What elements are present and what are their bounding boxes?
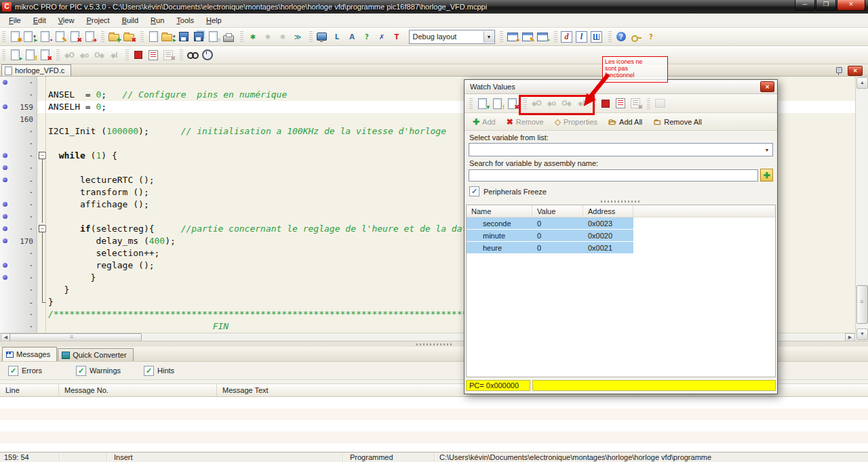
quick-reference-icon[interactable]: ? xyxy=(360,30,374,43)
clear-breakpoints-icon[interactable]: ✖ xyxy=(161,48,175,62)
menu-file[interactable]: File xyxy=(3,15,27,26)
close-editor-icon[interactable] xyxy=(848,66,863,76)
export-code-icon[interactable]: ✗ xyxy=(375,30,389,43)
properties-button[interactable]: ◇Properties xyxy=(551,117,601,127)
layout-combobox[interactable]: Debug layout ▼ xyxy=(409,30,495,44)
gutter-cell[interactable]: · xyxy=(0,77,37,89)
editor-vertical-scrollbar[interactable]: ▲ ▼ xyxy=(855,77,868,341)
gutter-cell[interactable]: · xyxy=(0,272,37,284)
gutter-cell[interactable]: · xyxy=(0,198,37,211)
print-icon[interactable] xyxy=(222,30,235,43)
remove-file-from-project-icon[interactable]: ✖ xyxy=(122,30,136,43)
save-file-icon[interactable] xyxy=(177,30,191,43)
menu-project[interactable]: Project xyxy=(80,15,115,26)
watch-values-icon[interactable] xyxy=(186,48,199,62)
menu-build[interactable]: Build xyxy=(116,15,144,26)
open-project-icon[interactable]: ▸▾ xyxy=(23,30,37,43)
save-project-icon[interactable]: ▪ xyxy=(38,30,52,43)
gutter-cell[interactable]: · xyxy=(0,150,37,162)
gutter-cell[interactable]: · xyxy=(0,186,37,198)
bookmark-dot-icon[interactable] xyxy=(3,165,7,170)
fold-margin[interactable] xyxy=(37,223,48,235)
menu-edit[interactable]: Edit xyxy=(27,15,52,26)
column-header-value[interactable]: Value xyxy=(532,205,583,217)
tab-quick-converter[interactable]: Quick Converter xyxy=(58,348,133,361)
assembly-name-input[interactable] xyxy=(469,169,758,182)
gutter-cell[interactable]: · xyxy=(0,211,37,223)
vertical-scroll-thumb[interactable] xyxy=(856,285,868,324)
remove-all-button[interactable]: 🗀Remove All xyxy=(649,117,706,127)
gutter-cell[interactable]: · xyxy=(0,284,37,296)
toggle-breakpoint-icon[interactable] xyxy=(132,48,145,62)
column-header-line[interactable]: Line xyxy=(0,384,59,396)
statistics-window-icon[interactable] xyxy=(590,30,604,43)
pin-icon[interactable] xyxy=(836,67,842,73)
dialog-close-icon[interactable] xyxy=(760,81,774,92)
gutter-cell[interactable]: 159 xyxy=(0,101,37,113)
gutter-cell[interactable]: 160 xyxy=(0,113,37,125)
edit-project-icon[interactable]: ✎ xyxy=(53,30,66,43)
table-row[interactable]: seconde00x0023 xyxy=(467,217,775,230)
gutter-cell[interactable]: · xyxy=(0,259,37,272)
add-all-button[interactable]: 🗁Add All xyxy=(604,117,646,127)
bookmark-dot-icon[interactable] xyxy=(3,275,7,280)
rebuild-all-icon[interactable]: ✱ xyxy=(261,30,275,43)
table-row[interactable]: heure00x0021 xyxy=(467,242,775,254)
gutter-cell[interactable]: 170 xyxy=(0,235,37,247)
step-over-icon[interactable]: ◆o xyxy=(77,48,91,62)
minimize-button[interactable] xyxy=(795,0,815,11)
fold-margin[interactable] xyxy=(37,150,48,162)
usb-terminal-icon[interactable] xyxy=(315,30,329,43)
new-project-icon[interactable]: ✱ xyxy=(8,30,22,43)
gutter-cell[interactable]: · xyxy=(0,223,37,235)
tab-horloge-vfd[interactable]: horloge_VFD.c xyxy=(1,64,71,76)
gutter-cell[interactable]: · xyxy=(0,89,37,101)
letter-l-icon[interactable]: l xyxy=(575,30,589,43)
menu-tools[interactable]: Tools xyxy=(170,15,200,26)
peripherals-freeze-checkbox[interactable]: ✓ xyxy=(469,186,479,196)
gutter-cell[interactable]: · xyxy=(0,247,37,259)
remove-watch-button[interactable]: ✖Remove xyxy=(502,117,548,127)
step-into-icon[interactable]: ◆O xyxy=(62,48,76,62)
save-watch-list-icon[interactable]: ▾ xyxy=(475,97,489,110)
letter-d-icon[interactable]: d xyxy=(560,30,574,43)
dialog-splitter-grip[interactable] xyxy=(601,201,642,203)
add-file-to-project-icon[interactable]: ✚ xyxy=(107,30,121,43)
bookmark-dot-icon[interactable] xyxy=(3,226,7,231)
stopwatch-icon[interactable] xyxy=(201,48,214,62)
bookmark-dot-icon[interactable] xyxy=(3,153,7,158)
clean-project-icon[interactable]: ≫ xyxy=(291,30,304,43)
gutter-cell[interactable]: · xyxy=(0,308,37,320)
close-button[interactable] xyxy=(837,0,865,11)
checkbox-warnings[interactable]: ✓ xyxy=(76,366,86,376)
gutter-cell[interactable]: · xyxy=(0,138,37,150)
gutter-cell[interactable]: - xyxy=(0,174,37,186)
column-header-messageno[interactable]: Message No. xyxy=(59,384,217,396)
gutter-cell[interactable]: · xyxy=(0,320,37,333)
close-watch-list-icon[interactable]: ✖ xyxy=(505,97,519,110)
bookmark-dot-icon[interactable] xyxy=(3,238,7,243)
clear-breakpoints-icon[interactable]: ✖ xyxy=(629,97,642,110)
load-watch-list-icon[interactable]: ! xyxy=(490,97,504,110)
breakpoints-window-icon[interactable] xyxy=(614,97,627,110)
bookmark-dot-icon[interactable] xyxy=(3,80,7,85)
gutter-cell[interactable]: - xyxy=(0,296,37,308)
bookmark-dot-icon[interactable] xyxy=(3,202,7,207)
edit-layout-icon[interactable]: ✎ xyxy=(521,30,534,43)
breakpoints-window-icon[interactable] xyxy=(146,48,160,62)
chevron-down-icon[interactable]: ▼ xyxy=(762,144,772,155)
delete-layout-icon[interactable]: ▪ xyxy=(536,30,549,43)
bookmark-dot-icon[interactable] xyxy=(3,177,7,182)
save-all-files-icon[interactable] xyxy=(192,30,205,43)
variable-select[interactable]: ▼ xyxy=(469,143,773,156)
menu-run[interactable]: Run xyxy=(144,15,170,26)
checkbox-hints[interactable]: ✓ xyxy=(144,366,154,376)
build-all-projects-icon[interactable]: ✱ xyxy=(276,30,290,43)
license-key-icon[interactable] xyxy=(629,30,643,43)
memory-window-icon[interactable] xyxy=(653,97,667,110)
bookmark-dot-icon[interactable] xyxy=(3,263,7,268)
column-header-name[interactable]: Name xyxy=(467,205,532,217)
gutter-cell[interactable]: · xyxy=(0,162,37,174)
context-help-icon[interactable]: ? xyxy=(644,30,658,43)
menu-view[interactable]: View xyxy=(52,15,81,26)
